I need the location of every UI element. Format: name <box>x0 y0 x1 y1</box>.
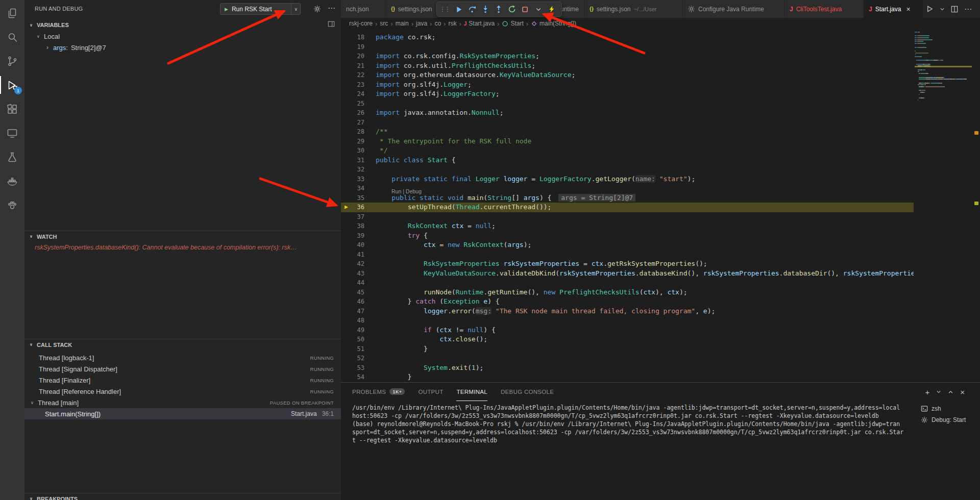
tab-sublabel: ~/.../User <box>634 6 657 12</box>
call-stack-thread[interactable]: Thread [Signal Dispatcher]RUNNING <box>24 363 341 374</box>
breadcrumb-item[interactable]: src <box>380 20 388 27</box>
vscode-window: 1 RUN AND DEBUG ▶ Run RSK Start ∨ ⋯ ∨VAR… <box>0 0 980 500</box>
step-over-button[interactable] <box>466 3 478 15</box>
stop-button[interactable] <box>519 3 531 15</box>
activity-item-docker[interactable] <box>0 169 24 193</box>
breadcrumb-item[interactable]: co <box>434 20 441 27</box>
call-stack-thread[interactable]: ∨Thread [main]PAUSED ON BREAKPOINT <box>24 397 341 408</box>
code-line-31: 31public class Start { <box>341 156 914 165</box>
chevron-down-icon: ∨ <box>30 401 35 405</box>
breadcrumb-item[interactable]: main <box>396 20 409 27</box>
tab-label: settings.json <box>398 6 432 13</box>
code-line-52: 52 <box>341 354 914 363</box>
run-java-button[interactable] <box>926 5 934 13</box>
panel-tab-problems[interactable]: PROBLEMS1K+ <box>352 383 405 401</box>
code-line-25: 25 <box>341 99 914 109</box>
restart-button[interactable] <box>506 3 518 15</box>
code-line-44: 44 <box>341 278 914 288</box>
stack-frame[interactable]: Start.main(String[])Start.java36:1 <box>24 408 341 419</box>
run-and-debug-sidebar: RUN AND DEBUG ▶ Run RSK Start ∨ ⋯ ∨VARIA… <box>24 0 341 500</box>
tab-label: Configure Java Runtime <box>698 6 764 13</box>
terminal-session-debug-start[interactable]: Debug: Start <box>915 414 979 426</box>
step-into-button[interactable] <box>479 3 491 15</box>
tab-settings.json[interactable]: {}settings.json~/.../User <box>584 0 682 18</box>
continue-button[interactable] <box>453 3 464 15</box>
dropdown-button[interactable] <box>940 7 945 12</box>
terminal-session-zsh[interactable]: zsh <box>915 403 979 414</box>
activity-item-testing[interactable] <box>0 145 24 169</box>
panel-header: PROBLEMS1K+OUTPUTTERMINALDEBUG CONSOLE +… <box>341 383 980 401</box>
frame-position: 36:1 <box>322 410 334 417</box>
tab-start.java[interactable]: JStart.java× <box>864 0 925 18</box>
watch-expression[interactable]: rskSystemProperties.databaseKind(): Cann… <box>24 242 341 253</box>
chevron-down-button[interactable] <box>532 3 544 15</box>
breadcrumb-separator: › <box>375 20 377 28</box>
breadcrumb-separator: › <box>444 20 446 28</box>
line-number: 31 <box>341 156 376 165</box>
code-line-41: 41 <box>341 250 914 260</box>
code-line-35: 35 public static void main(String[] args… <box>341 193 914 203</box>
step-out-button[interactable] <box>493 3 504 15</box>
call-stack-thread[interactable]: Thread [Reference Handler]RUNNING <box>24 386 341 397</box>
panel-tab-terminal[interactable]: TERMINAL <box>456 383 487 401</box>
activity-item-search[interactable] <box>0 25 24 49</box>
activity-item-extensions[interactable] <box>0 97 24 121</box>
docker-icon <box>6 175 18 187</box>
close-icon[interactable]: × <box>906 5 910 13</box>
breadcrumb-item[interactable]: rsk <box>448 20 456 27</box>
activity-item-explorer[interactable] <box>0 1 24 25</box>
tab-label: CliToolsTest.java <box>796 6 842 13</box>
code-editor[interactable]: 18package co.rsk;1920import co.rsk.confi… <box>341 29 980 382</box>
thread-label: Thread [Signal Dispatcher] <box>39 365 117 373</box>
drag-grip[interactable]: ⋮⋮ <box>439 6 450 13</box>
variables-scope-local[interactable]: ∨Local <box>24 31 341 42</box>
call-stack-thread[interactable]: Thread [Finalizer]RUNNING <box>24 374 341 386</box>
line-number: 51 <box>341 344 376 354</box>
terminal-sessions-list: zshDebug: Start <box>915 403 979 426</box>
breadcrumb-item[interactable]: rskj-core <box>349 20 373 27</box>
section-breakpoints[interactable]: ∨BREAKPOINTS <box>24 493 341 500</box>
panel-tab-debug-console[interactable]: DEBUG CONSOLE <box>501 383 554 401</box>
terminal-output[interactable]: /usr/bin/env /Library/Internet\ Plug-Ins… <box>352 404 913 444</box>
section-call-stack[interactable]: ∨CALL STACK <box>24 339 341 350</box>
tab-nch.json[interactable]: nch.json <box>341 0 386 18</box>
code-line-39: 39 try { <box>341 231 914 241</box>
panel-layout-icon[interactable] <box>328 20 335 28</box>
terminal-session-label: Debug: Start <box>932 416 966 423</box>
breadcrumb-symbol[interactable]: main(String[]) <box>531 20 576 27</box>
more-button[interactable]: ⋯ <box>964 5 972 14</box>
activity-item-run-and-debug[interactable]: 1 <box>0 73 24 97</box>
section-watch[interactable]: ∨WATCH <box>24 231 341 242</box>
terminal-icon <box>921 405 928 412</box>
close-icon[interactable]: × <box>960 388 965 396</box>
code-line-40: 40 ctx = new RskContext(args); <box>341 240 914 250</box>
maximize-icon[interactable] <box>948 389 953 395</box>
codelens-run-debug[interactable]: Run | Debug <box>391 187 422 196</box>
dropdown-icon[interactable] <box>936 389 941 394</box>
activity-item-remote-explorer[interactable] <box>0 121 24 145</box>
line-number: 41 <box>341 250 376 260</box>
line-number: 46 <box>341 297 376 307</box>
new-terminal-icon[interactable]: + <box>925 388 929 396</box>
hot-code-replace-button[interactable] <box>546 3 557 15</box>
terminal-session-label: zsh <box>932 405 941 412</box>
breadcrumb-file[interactable]: JStart.java <box>464 20 495 27</box>
breadcrumb-symbol[interactable]: Start <box>502 20 523 27</box>
variable-item[interactable]: ›args:String[2]@7 <box>24 42 341 53</box>
code-lines[interactable]: 18package co.rsk;1920import co.rsk.confi… <box>341 33 914 382</box>
sidebar-body: ∨VARIABLES∨Local›args:String[2]@7∨WATCHr… <box>24 0 341 500</box>
overview-ruler <box>973 29 980 382</box>
line-number: 54 <box>341 372 376 382</box>
activity-item-pets[interactable] <box>0 193 24 217</box>
tab-clitoolstest.java[interactable]: JCliToolsTest.java <box>785 0 864 18</box>
chevron-down-icon: ∨ <box>29 23 34 28</box>
section-variables[interactable]: ∨VARIABLES <box>24 19 341 31</box>
minimap[interactable] <box>915 32 972 101</box>
panel-tab-output[interactable]: OUTPUT <box>418 383 443 401</box>
tab-configure-java-runtime[interactable]: Configure Java Runtime <box>682 0 785 18</box>
call-stack-thread[interactable]: Thread [logback-1]RUNNING <box>24 352 341 363</box>
split-editor-button[interactable] <box>951 6 958 13</box>
activity-item-source-control[interactable] <box>0 49 24 73</box>
breadcrumb-item[interactable]: java <box>416 20 427 27</box>
line-number: 30 <box>341 146 376 156</box>
